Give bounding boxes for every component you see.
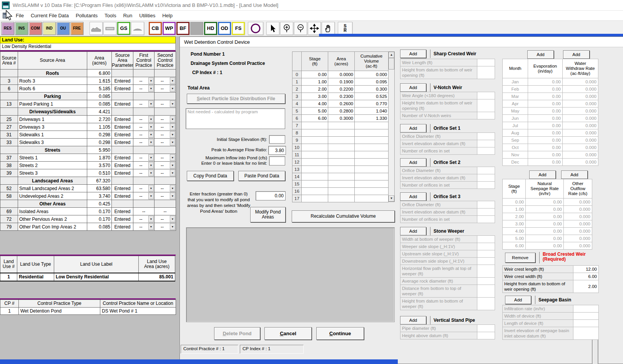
area-value-cell[interactable] [328,180,355,188]
volume-value-cell[interactable] [355,151,389,159]
device-field-value[interactable] [477,140,495,147]
first-control-dropdown-icon[interactable]: ▼ [148,139,154,146]
device-field-value[interactable] [477,216,495,223]
hd-hydrodynamic-button[interactable]: HD [204,22,217,35]
volume-value-cell[interactable]: 0.300 [355,86,389,93]
bf-biofilter-button[interactable]: BF [176,22,189,35]
withdraw-rate-cell[interactable]: 0.000 [563,86,598,93]
scroll-thumb[interactable] [389,58,394,69]
first-control-dropdown-icon[interactable]: ▼ [148,78,154,84]
source-area-parameters-cell[interactable]: Entered [112,162,133,169]
scroll-up-icon[interactable]: ▲ [389,52,394,58]
flat-basin-icon[interactable] [103,22,116,35]
source-area-parameters-cell[interactable]: Entered [112,77,133,85]
source-area-parameters-cell[interactable]: Entered [112,123,133,131]
ins-land-use-button[interactable]: INS [15,22,28,35]
device-field-value[interactable]: 6.00 [573,273,599,280]
device-field-value[interactable] [477,66,495,79]
area-value-cell[interactable] [328,144,355,151]
add-seepage-rate-button[interactable]: Add [529,170,556,179]
evaporation-cell[interactable]: 0.00 [528,122,563,129]
outflow-rate-cell[interactable]: 0.000 [564,213,592,220]
first-control-dropdown-icon[interactable]: ▼ [148,170,154,176]
initial-stage-input[interactable] [269,135,285,144]
device-field-value[interactable] [573,313,599,320]
fs-filter-strip-button[interactable]: FS [232,22,245,35]
area-value-cell[interactable]: 0.2300 [328,93,355,100]
volume-value-cell[interactable]: 0.095 [355,78,389,86]
device-field-value[interactable] [477,112,495,119]
evaporation-cell[interactable]: 0.00 [528,129,563,137]
od-outfall-device-button[interactable]: OD [218,22,231,35]
evaporation-cell[interactable]: 0.00 [528,93,563,100]
cp-row[interactable]: 1 Wet Detention Pond DS Wet Pond # 1 [0,308,176,315]
stage-value-cell[interactable] [302,122,328,129]
first-control-dropdown-icon[interactable]: ▼ [148,185,154,192]
volume-value-cell[interactable] [355,188,389,195]
cb-catch-basin-button[interactable]: CB [149,22,162,35]
max-inflow-input[interactable] [269,156,285,165]
device-field-value[interactable] [477,265,495,278]
withdraw-rate-cell[interactable]: 0.000 [563,129,598,137]
recalculate-volume-button[interactable]: Recalculate Cumulative Volume [292,210,395,222]
fre-land-use-button[interactable]: FRE [70,22,83,35]
device-field-value[interactable] [477,258,495,265]
first-control-dropdown-icon[interactable]: ▼ [148,193,154,199]
remove-broad-crested-weir-button[interactable]: Remove [505,253,535,263]
volume-value-cell[interactable] [355,180,389,188]
zoom-out-icon[interactable] [294,22,307,35]
device-field-value[interactable] [573,320,599,327]
source-area-parameters-cell[interactable]: Entered [112,85,133,93]
stage-value-cell[interactable] [302,166,328,173]
device-field-value[interactable] [477,285,495,298]
device-field-value[interactable]: 2.00 [573,280,599,293]
first-control-dropdown-icon[interactable]: ▼ [148,124,154,130]
volume-value-cell[interactable]: 0.770 [355,100,389,108]
seepage-rate-cell[interactable]: 0.00 [526,242,564,250]
volume-value-cell[interactable] [355,129,389,137]
second-control-dropdown-icon[interactable]: ▼ [170,154,175,161]
scroll-thumb[interactable] [592,336,598,364]
berm-icon[interactable] [131,22,144,35]
area-value-cell[interactable] [328,173,355,180]
stage-value-cell[interactable] [302,137,328,144]
stage-value-cell[interactable]: 2.00 [302,86,328,93]
first-control-dropdown-icon[interactable]: ▼ [148,154,154,161]
scroll-down-icon[interactable]: ▼ [389,195,394,202]
withdraw-rate-cell[interactable]: 0.000 [563,159,598,166]
com-land-use-button[interactable]: COM [29,22,42,35]
device-field-value[interactable] [477,250,495,258]
withdraw-rate-cell[interactable]: 0.000 [563,144,598,151]
area-value-cell[interactable] [328,151,355,159]
menu-item[interactable]: Utilities [136,12,159,20]
device-field-value[interactable]: 12.00 [573,266,599,273]
seepage-rate-cell[interactable]: 0.00 [526,220,564,228]
second-control-dropdown-icon[interactable]: ▼ [170,216,175,222]
move-tool-icon[interactable] [308,22,321,35]
evaporation-cell[interactable]: 0.00 [528,144,563,151]
device-field-value[interactable] [477,243,495,250]
device-field-value[interactable] [477,236,495,243]
area-value-cell[interactable]: 0.3000 [328,115,355,122]
stage-value-cell[interactable] [302,173,328,180]
volume-value-cell[interactable]: 1.330 [355,115,389,122]
outflow-rate-cell[interactable]: 0.000 [564,242,592,250]
wp-wet-pond-button[interactable]: WP [163,22,176,35]
volume-value-cell[interactable] [355,122,389,129]
add-stone-weeper-button[interactable]: Add [400,227,426,235]
second-control-dropdown-icon[interactable]: ▼ [170,116,175,122]
evaporation-cell[interactable]: 0.00 [528,100,563,108]
pond-profile-icon[interactable] [90,22,103,35]
device-field-value[interactable] [477,174,495,182]
area-value-cell[interactable] [328,159,355,166]
first-control-dropdown-icon[interactable]: ▼ [148,216,154,222]
device-field-value[interactable] [477,182,495,189]
outflow-rate-cell[interactable]: 0.000 [564,228,592,235]
device-field-value[interactable] [477,147,495,155]
gs-grass-swale-button[interactable]: GS [117,22,130,35]
pointer-tool-icon[interactable] [266,22,279,35]
add-evaporation-button[interactable]: Add [527,50,554,59]
first-control-dropdown-icon[interactable]: ▼ [148,116,154,122]
source-area-parameters-cell[interactable] [112,108,133,116]
withdraw-rate-cell[interactable]: 0.000 [563,151,598,159]
